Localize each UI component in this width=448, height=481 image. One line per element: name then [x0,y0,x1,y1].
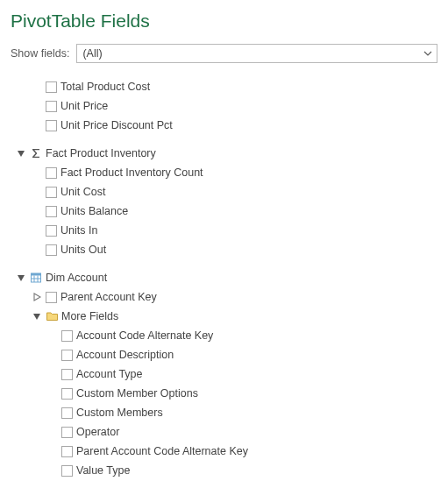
field-checkbox[interactable] [61,446,73,457]
field-row: Operator [16,422,437,442]
field-label: Units Balance [60,205,128,217]
field-checkbox[interactable] [46,206,57,217]
field-label: Units In [60,224,97,237]
field-row: Units Out [16,240,437,259]
field-label: Account Type [76,368,143,380]
field-row: Value Type [16,461,437,480]
field-label: Unit Cost [60,186,105,198]
expand-spacer [47,369,58,379]
collapse-icon[interactable] [16,272,26,283]
field-checkbox[interactable] [61,465,73,477]
pivot-fields-panel: PivotTable Fields Show fields: (All) Tot… [0,0,448,481]
field-row: Parent Account Code Alternate Key [16,442,437,461]
field-label: Parent Account Code Alternate Key [76,445,248,457]
group-label: Fact Product Inventory [46,147,156,159]
field-checkbox[interactable] [46,187,57,198]
expand-spacer [47,330,58,341]
expand-icon[interactable] [32,292,42,302]
group-header-dim-account[interactable]: Dim Account [16,268,437,287]
field-row: Units Balance [16,202,437,221]
group-label: Dim Account [46,272,107,284]
expand-spacer [32,187,42,197]
expand-spacer [32,244,42,255]
field-label: Fact Product Inventory Count [60,166,203,179]
field-checkbox[interactable] [61,388,73,400]
field-row: Account Type [16,364,437,384]
field-row: Unit Price [16,96,437,116]
expand-spacer [32,206,42,216]
field-row: Custom Member Options [16,384,437,403]
field-label: Custom Member Options [76,387,198,400]
field-label: Value Type [76,464,130,477]
expand-spacer [47,446,58,456]
field-checkbox[interactable] [46,120,57,131]
field-row: Account Code Alternate Key [16,326,437,345]
folder-row-more-fields[interactable]: More Fields [16,307,437,326]
filter-row: Show fields: (All) [11,44,437,63]
field-checkbox[interactable] [61,350,73,361]
expand-spacer [32,120,42,131]
field-label: Total Product Cost [60,81,150,93]
field-checkbox[interactable] [46,167,57,179]
field-row: Units In [16,221,437,240]
table-icon [30,272,42,284]
field-row: Fact Product Inventory Count [16,163,437,182]
field-checkbox[interactable] [61,407,73,419]
field-label: Parent Account Key [60,291,157,303]
expand-spacer [47,350,58,360]
field-checkbox[interactable] [46,244,57,256]
expand-spacer [47,407,58,418]
collapse-icon[interactable] [16,148,26,159]
field-label: Account Code Alternate Key [76,329,213,342]
field-tree: Total Product Cost Unit Price Unit Price… [11,77,437,480]
expand-spacer [47,465,58,476]
folder-label: More Fields [61,310,118,322]
sigma-icon [30,147,42,159]
filter-label: Show fields: [11,47,69,60]
field-label: Unit Price Discount Pct [60,119,173,131]
expand-spacer [47,388,58,399]
folder-icon [46,310,58,322]
field-checkbox[interactable] [46,81,57,93]
select-value: (All) [82,47,102,60]
expand-spacer [47,427,58,437]
expand-spacer [32,167,42,178]
field-label: Custom Members [76,407,163,419]
field-checkbox[interactable] [61,427,73,438]
field-checkbox[interactable] [61,330,73,342]
field-checkbox[interactable] [46,225,57,237]
group-header-fact-product-inventory[interactable]: Fact Product Inventory [16,144,437,163]
field-checkbox[interactable] [46,292,57,303]
panel-title: PivotTable Fields [11,11,437,32]
svg-rect-1 [32,273,41,276]
chevron-down-icon [421,46,435,60]
expand-spacer [32,81,42,92]
collapse-icon[interactable] [32,311,42,322]
field-row: Account Description [16,345,437,364]
field-label: Units Out [60,244,106,256]
field-row: Custom Members [16,403,437,422]
show-fields-select[interactable]: (All) [76,44,437,63]
field-row: Unit Price Discount Pct [16,116,437,135]
field-label: Account Description [76,349,174,361]
expand-spacer [32,225,42,236]
field-checkbox[interactable] [46,101,57,112]
hierarchy-row: Parent Account Key [16,287,437,307]
field-row: Unit Cost [16,182,437,202]
field-row: Total Product Cost [16,77,437,96]
expand-spacer [32,101,42,111]
field-checkbox[interactable] [61,369,73,380]
field-label: Operator [76,426,119,438]
field-label: Unit Price [60,100,108,112]
